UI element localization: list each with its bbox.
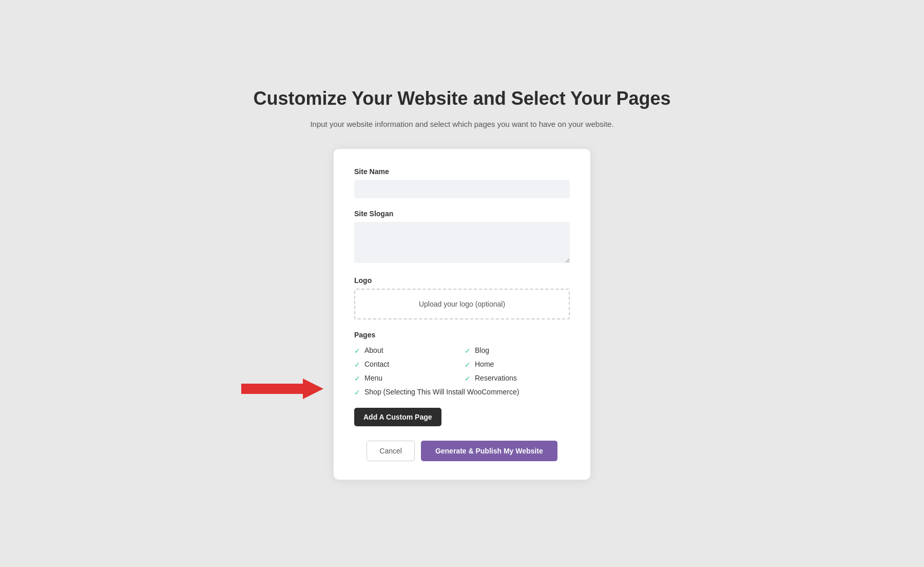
check-icon-contact: ✓ xyxy=(354,361,360,369)
page-item-blog[interactable]: ✓ Blog xyxy=(465,346,570,355)
pages-grid: ✓ About ✓ Blog ✓ Contact ✓ Home xyxy=(354,346,570,396)
site-slogan-label: Site Slogan xyxy=(354,210,570,218)
logo-upload-text: Upload your logo (optional) xyxy=(419,300,505,308)
page-item-contact[interactable]: ✓ Contact xyxy=(354,360,459,369)
site-slogan-group: Site Slogan xyxy=(354,210,570,265)
svg-marker-0 xyxy=(241,379,323,399)
page-label-shop: Shop (Selecting This Will Install WooCom… xyxy=(364,388,519,396)
page-label-contact: Contact xyxy=(364,360,389,368)
page-item-menu[interactable]: ✓ Menu xyxy=(354,374,459,383)
page-label-home: Home xyxy=(475,360,494,368)
logo-group: Logo Upload your logo (optional) xyxy=(354,276,570,319)
cancel-button[interactable]: Cancel xyxy=(367,441,415,461)
page-item-shop[interactable]: ✓ Shop (Selecting This Will Install WooC… xyxy=(354,388,570,396)
logo-upload-area[interactable]: Upload your logo (optional) xyxy=(354,289,570,319)
add-custom-page-button[interactable]: Add A Custom Page xyxy=(354,408,441,426)
page-label-about: About xyxy=(364,346,383,354)
page-item-about[interactable]: ✓ About xyxy=(354,346,459,355)
page-title: Customize Your Website and Select Your P… xyxy=(254,87,671,109)
site-name-input[interactable] xyxy=(354,180,570,198)
check-icon-reservations: ✓ xyxy=(465,374,471,383)
form-card: Site Name Site Slogan Logo Upload your l… xyxy=(334,149,590,480)
page-label-reservations: Reservations xyxy=(475,374,517,382)
logo-label: Logo xyxy=(354,276,570,285)
check-icon-home: ✓ xyxy=(465,361,471,369)
site-name-label: Site Name xyxy=(354,167,570,176)
page-item-home[interactable]: ✓ Home xyxy=(465,360,570,369)
arrow-indicator xyxy=(241,376,323,402)
form-actions: Cancel Generate & Publish My Website xyxy=(354,441,570,461)
page-item-reservations[interactable]: ✓ Reservations xyxy=(465,374,570,383)
check-icon-about: ✓ xyxy=(354,347,360,355)
pages-label: Pages xyxy=(354,331,570,339)
page-label-menu: Menu xyxy=(364,374,382,382)
page-subtitle: Input your website information and selec… xyxy=(310,118,613,130)
site-name-group: Site Name xyxy=(354,167,570,198)
check-icon-menu: ✓ xyxy=(354,374,360,383)
generate-publish-button[interactable]: Generate & Publish My Website xyxy=(421,441,557,461)
pages-group: Pages ✓ About ✓ Blog ✓ Contact xyxy=(354,331,570,396)
site-slogan-input[interactable] xyxy=(354,222,570,263)
check-icon-blog: ✓ xyxy=(465,347,471,355)
check-icon-shop: ✓ xyxy=(354,388,360,396)
page-label-blog: Blog xyxy=(475,346,489,354)
